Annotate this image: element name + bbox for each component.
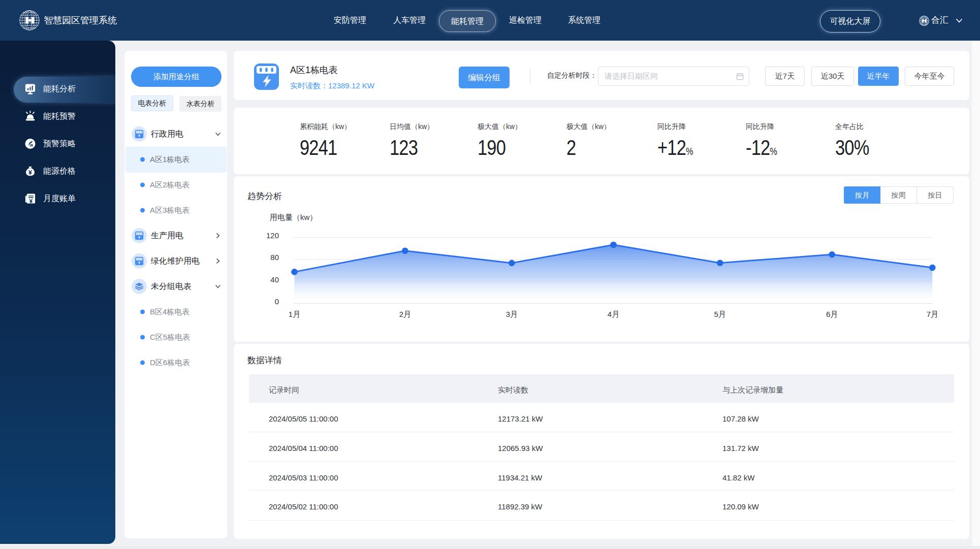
svg-text:120: 120	[266, 231, 279, 240]
svg-text:1月: 1月	[289, 310, 300, 318]
svg-text:4月: 4月	[608, 310, 619, 318]
svg-text:5月: 5月	[714, 310, 726, 318]
svg-text:3月: 3月	[506, 310, 518, 318]
svg-text:7月: 7月	[927, 310, 938, 318]
svg-text:0: 0	[275, 297, 279, 306]
svg-text:6月: 6月	[826, 310, 838, 318]
svg-text:80: 80	[270, 253, 279, 262]
svg-text:40: 40	[270, 275, 279, 284]
svg-text:2月: 2月	[399, 310, 411, 318]
